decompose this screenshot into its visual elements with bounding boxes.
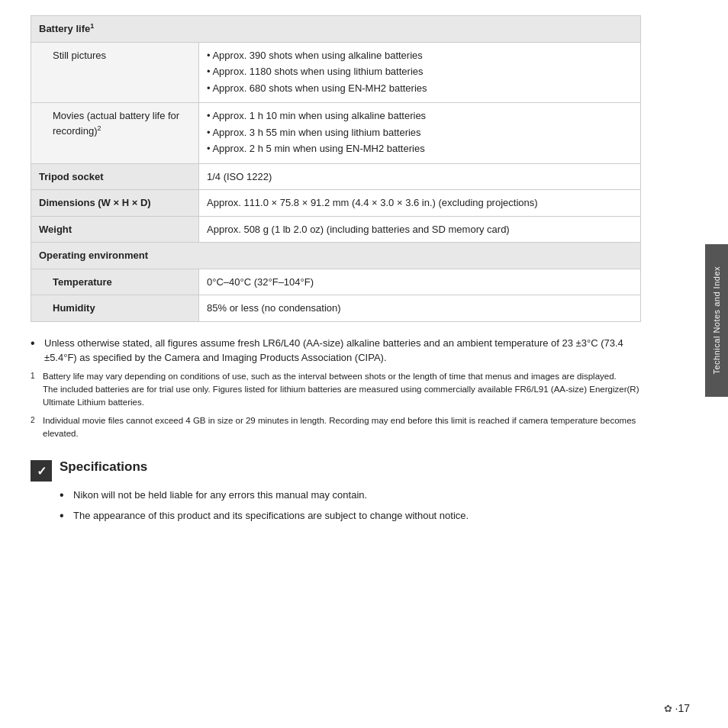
table-row-battery-header: Battery life1 [31,16,641,43]
table-row-weight: Weight Approx. 508 g (1 lb 2.0 oz) (incl… [31,216,641,243]
still-pictures-value: Approx. 390 shots when using alkaline ba… [199,42,641,103]
movies-value: Approx. 1 h 10 min when using alkaline b… [199,103,641,164]
page-icon: ✿ [664,703,672,714]
footnote-2: 2 Individual movie files cannot exceed 4… [31,414,641,441]
weight-label: Weight [31,216,199,243]
table-row-movies: Movies (actual battery life for recordin… [31,103,641,164]
notes-section: • Unless otherwise stated, all figures a… [31,336,641,440]
spec-bullet-2: • The appearance of this product and its… [60,508,641,524]
specifications-section: Specifications • Nikon will not be held … [31,459,641,524]
notes-bullet-1: • Unless otherwise stated, all figures a… [31,336,641,366]
spec-bullet-1: • Nikon will not be held liable for any … [60,488,641,504]
still-pictures-label: Still pictures [31,42,199,103]
footnote-1-num: 1 [31,370,35,382]
table-row-tripod: Tripod socket 1/4 (ISO 1222) [31,163,641,190]
humidity-value: 85% or less (no condensation) [199,295,641,322]
footnote-1: 1 Battery life may vary depending on con… [31,370,641,410]
table-row-dimensions: Dimensions (W × H × D) Approx. 111.0 × 7… [31,190,641,217]
side-tab: Technical Notes and Index [705,244,728,397]
tripod-value: 1/4 (ISO 1222) [199,163,641,190]
table-row-still-pictures: Still pictures Approx. 390 shots when us… [31,42,641,103]
footnote-2-num: 2 [31,414,35,426]
tripod-label: Tripod socket [31,163,199,190]
bullet-icon: • [60,508,73,524]
spec-table: Battery life1 Still pictures Approx. 390… [31,15,641,322]
table-row-operating-env: Operating environment [31,243,641,269]
weight-value: Approx. 508 g (1 lb 2.0 oz) (including b… [199,216,641,243]
battery-life-label: Battery life1 [31,16,641,43]
side-tab-text: Technical Notes and Index [712,266,721,375]
dimensions-value: Approx. 111.0 × 75.8 × 91.2 mm (4.4 × 3.… [199,190,641,217]
movies-label: Movies (actual battery life for recordin… [31,103,199,164]
specifications-bullets: • Nikon will not be held liable for any … [60,488,641,524]
dimensions-label: Dimensions (W × H × D) [31,190,199,217]
bullet-icon: • [31,336,44,352]
table-row-temperature: Temperature 0°C–40°C (32°F–104°F) [31,269,641,295]
humidity-label: Humidity [31,295,199,322]
spec-checkmark-icon [31,460,52,482]
page-number: ✿ ·17 [664,702,690,714]
operating-env-label: Operating environment [31,243,641,269]
temperature-value: 0°C–40°C (32°F–104°F) [199,269,641,295]
specifications-title: Specifications [60,459,147,475]
table-row-humidity: Humidity 85% or less (no condensation) [31,295,641,322]
bullet-icon: • [60,488,73,504]
temperature-label: Temperature [31,269,199,295]
page-number-text: ·17 [675,702,690,714]
